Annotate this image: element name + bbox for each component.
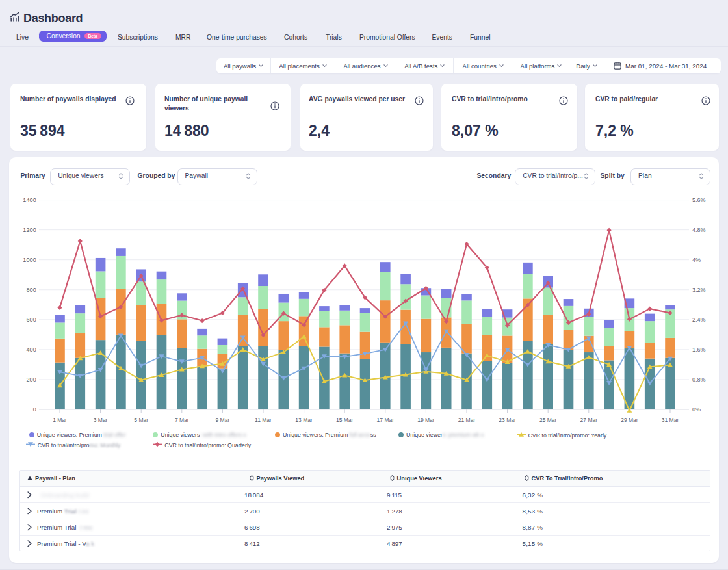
svg-text:1.6%: 1.6% <box>692 346 706 353</box>
svg-text:17 Mar: 17 Mar <box>377 417 395 423</box>
svg-text:400: 400 <box>26 346 36 353</box>
svg-text:15 Mar: 15 Mar <box>336 417 354 423</box>
svg-text:27 Mar: 27 Mar <box>580 417 598 423</box>
svg-text:3 Mar: 3 Mar <box>94 417 108 423</box>
svg-text:23 Mar: 23 Mar <box>499 417 516 423</box>
svg-text:0: 0 <box>33 406 36 413</box>
svg-text:0%: 0% <box>692 406 701 413</box>
svg-text:19 Mar: 19 Mar <box>417 417 435 423</box>
svg-text:2.4%: 2.4% <box>692 317 706 323</box>
svg-text:0.8%: 0.8% <box>692 376 706 383</box>
svg-text:1200: 1200 <box>23 227 36 233</box>
svg-text:800: 800 <box>26 287 36 293</box>
svg-text:9 Mar: 9 Mar <box>216 417 230 423</box>
svg-text:25 Mar: 25 Mar <box>540 417 557 423</box>
svg-text:7 Mar: 7 Mar <box>175 417 189 423</box>
svg-text:5.6%: 5.6% <box>692 197 706 203</box>
svg-text:13 Mar: 13 Mar <box>295 417 313 423</box>
svg-text:11 Mar: 11 Mar <box>255 417 272 423</box>
svg-text:1400: 1400 <box>23 197 36 203</box>
svg-text:4.8%: 4.8% <box>692 227 706 233</box>
svg-text:31 Mar: 31 Mar <box>662 417 679 423</box>
svg-text:21 Mar: 21 Mar <box>458 417 476 423</box>
svg-text:200: 200 <box>26 376 36 383</box>
svg-text:4%: 4% <box>692 257 701 263</box>
svg-text:600: 600 <box>26 317 36 323</box>
svg-text:3.2%: 3.2% <box>692 287 706 293</box>
svg-text:29 Mar: 29 Mar <box>621 417 638 423</box>
svg-text:5 Mar: 5 Mar <box>134 417 148 423</box>
svg-text:1000: 1000 <box>23 257 36 263</box>
svg-text:1 Mar: 1 Mar <box>53 417 67 423</box>
